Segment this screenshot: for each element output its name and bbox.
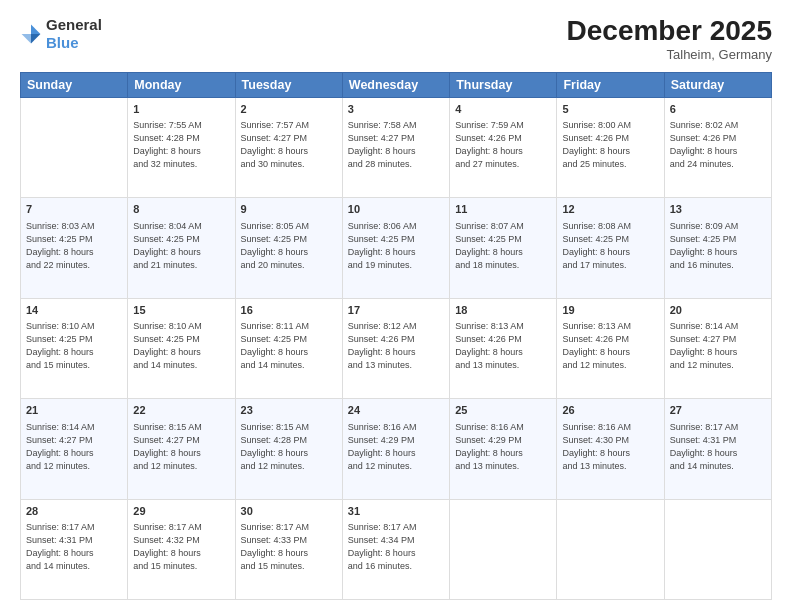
day-number: 6 [670, 102, 766, 117]
title-block: December 2025 Talheim, Germany [567, 16, 772, 62]
cell-info: Sunrise: 7:59 AMSunset: 4:26 PMDaylight:… [455, 119, 551, 171]
calendar-cell: 1Sunrise: 7:55 AMSunset: 4:28 PMDaylight… [128, 97, 235, 197]
day-header-monday: Monday [128, 72, 235, 97]
calendar-cell: 2Sunrise: 7:57 AMSunset: 4:27 PMDaylight… [235, 97, 342, 197]
day-number: 18 [455, 303, 551, 318]
cell-info: Sunrise: 8:13 AMSunset: 4:26 PMDaylight:… [455, 320, 551, 372]
day-number: 13 [670, 202, 766, 217]
calendar-week-1: 1Sunrise: 7:55 AMSunset: 4:28 PMDaylight… [21, 97, 772, 197]
calendar-cell: 19Sunrise: 8:13 AMSunset: 4:26 PMDayligh… [557, 298, 664, 398]
logo-general: General [46, 16, 102, 33]
cell-info: Sunrise: 8:11 AMSunset: 4:25 PMDaylight:… [241, 320, 337, 372]
logo-icon [20, 23, 42, 45]
cell-info: Sunrise: 8:17 AMSunset: 4:33 PMDaylight:… [241, 521, 337, 573]
calendar-cell: 26Sunrise: 8:16 AMSunset: 4:30 PMDayligh… [557, 399, 664, 499]
page: General Blue December 2025 Talheim, Germ… [0, 0, 792, 612]
cell-info: Sunrise: 8:10 AMSunset: 4:25 PMDaylight:… [133, 320, 229, 372]
day-number: 25 [455, 403, 551, 418]
location: Talheim, Germany [567, 47, 772, 62]
day-number: 28 [26, 504, 122, 519]
calendar-cell: 24Sunrise: 8:16 AMSunset: 4:29 PMDayligh… [342, 399, 449, 499]
cell-info: Sunrise: 8:12 AMSunset: 4:26 PMDaylight:… [348, 320, 444, 372]
calendar-cell: 22Sunrise: 8:15 AMSunset: 4:27 PMDayligh… [128, 399, 235, 499]
cell-info: Sunrise: 8:13 AMSunset: 4:26 PMDaylight:… [562, 320, 658, 372]
day-number: 17 [348, 303, 444, 318]
calendar-cell [450, 499, 557, 599]
day-header-friday: Friday [557, 72, 664, 97]
calendar-cell: 23Sunrise: 8:15 AMSunset: 4:28 PMDayligh… [235, 399, 342, 499]
cell-info: Sunrise: 8:17 AMSunset: 4:31 PMDaylight:… [26, 521, 122, 573]
cell-info: Sunrise: 8:16 AMSunset: 4:30 PMDaylight:… [562, 421, 658, 473]
calendar-cell: 30Sunrise: 8:17 AMSunset: 4:33 PMDayligh… [235, 499, 342, 599]
calendar-header-row: SundayMondayTuesdayWednesdayThursdayFrid… [21, 72, 772, 97]
day-number: 11 [455, 202, 551, 217]
calendar-cell: 7Sunrise: 8:03 AMSunset: 4:25 PMDaylight… [21, 198, 128, 298]
svg-marker-1 [22, 34, 31, 43]
day-number: 3 [348, 102, 444, 117]
day-header-wednesday: Wednesday [342, 72, 449, 97]
calendar-cell: 21Sunrise: 8:14 AMSunset: 4:27 PMDayligh… [21, 399, 128, 499]
cell-info: Sunrise: 8:05 AMSunset: 4:25 PMDaylight:… [241, 220, 337, 272]
calendar-cell: 29Sunrise: 8:17 AMSunset: 4:32 PMDayligh… [128, 499, 235, 599]
calendar-cell [21, 97, 128, 197]
day-number: 23 [241, 403, 337, 418]
cell-info: Sunrise: 8:17 AMSunset: 4:31 PMDaylight:… [670, 421, 766, 473]
calendar-cell: 14Sunrise: 8:10 AMSunset: 4:25 PMDayligh… [21, 298, 128, 398]
calendar-cell: 25Sunrise: 8:16 AMSunset: 4:29 PMDayligh… [450, 399, 557, 499]
calendar-cell [557, 499, 664, 599]
cell-info: Sunrise: 8:10 AMSunset: 4:25 PMDaylight:… [26, 320, 122, 372]
calendar-week-3: 14Sunrise: 8:10 AMSunset: 4:25 PMDayligh… [21, 298, 772, 398]
cell-info: Sunrise: 8:02 AMSunset: 4:26 PMDaylight:… [670, 119, 766, 171]
calendar-cell: 8Sunrise: 8:04 AMSunset: 4:25 PMDaylight… [128, 198, 235, 298]
calendar-cell: 6Sunrise: 8:02 AMSunset: 4:26 PMDaylight… [664, 97, 771, 197]
cell-info: Sunrise: 8:15 AMSunset: 4:28 PMDaylight:… [241, 421, 337, 473]
cell-info: Sunrise: 8:17 AMSunset: 4:34 PMDaylight:… [348, 521, 444, 573]
logo-blue: Blue [46, 34, 79, 51]
cell-info: Sunrise: 8:17 AMSunset: 4:32 PMDaylight:… [133, 521, 229, 573]
cell-info: Sunrise: 7:57 AMSunset: 4:27 PMDaylight:… [241, 119, 337, 171]
day-header-thursday: Thursday [450, 72, 557, 97]
calendar-week-5: 28Sunrise: 8:17 AMSunset: 4:31 PMDayligh… [21, 499, 772, 599]
calendar-cell [664, 499, 771, 599]
cell-info: Sunrise: 8:14 AMSunset: 4:27 PMDaylight:… [26, 421, 122, 473]
calendar-cell: 27Sunrise: 8:17 AMSunset: 4:31 PMDayligh… [664, 399, 771, 499]
day-header-tuesday: Tuesday [235, 72, 342, 97]
calendar-week-2: 7Sunrise: 8:03 AMSunset: 4:25 PMDaylight… [21, 198, 772, 298]
day-number: 12 [562, 202, 658, 217]
day-number: 5 [562, 102, 658, 117]
cell-info: Sunrise: 8:16 AMSunset: 4:29 PMDaylight:… [348, 421, 444, 473]
cell-info: Sunrise: 8:07 AMSunset: 4:25 PMDaylight:… [455, 220, 551, 272]
day-number: 31 [348, 504, 444, 519]
day-number: 29 [133, 504, 229, 519]
day-number: 19 [562, 303, 658, 318]
header: General Blue December 2025 Talheim, Germ… [20, 16, 772, 62]
calendar-week-4: 21Sunrise: 8:14 AMSunset: 4:27 PMDayligh… [21, 399, 772, 499]
cell-info: Sunrise: 8:00 AMSunset: 4:26 PMDaylight:… [562, 119, 658, 171]
cell-info: Sunrise: 8:16 AMSunset: 4:29 PMDaylight:… [455, 421, 551, 473]
day-number: 1 [133, 102, 229, 117]
calendar-table: SundayMondayTuesdayWednesdayThursdayFrid… [20, 72, 772, 600]
calendar-cell: 18Sunrise: 8:13 AMSunset: 4:26 PMDayligh… [450, 298, 557, 398]
day-header-sunday: Sunday [21, 72, 128, 97]
month-title: December 2025 [567, 16, 772, 47]
svg-marker-2 [31, 34, 40, 43]
calendar-cell: 4Sunrise: 7:59 AMSunset: 4:26 PMDaylight… [450, 97, 557, 197]
day-number: 16 [241, 303, 337, 318]
calendar-cell: 3Sunrise: 7:58 AMSunset: 4:27 PMDaylight… [342, 97, 449, 197]
day-number: 7 [26, 202, 122, 217]
calendar-cell: 17Sunrise: 8:12 AMSunset: 4:26 PMDayligh… [342, 298, 449, 398]
calendar-cell: 16Sunrise: 8:11 AMSunset: 4:25 PMDayligh… [235, 298, 342, 398]
cell-info: Sunrise: 8:14 AMSunset: 4:27 PMDaylight:… [670, 320, 766, 372]
day-header-saturday: Saturday [664, 72, 771, 97]
cell-info: Sunrise: 7:58 AMSunset: 4:27 PMDaylight:… [348, 119, 444, 171]
day-number: 26 [562, 403, 658, 418]
calendar-cell: 15Sunrise: 8:10 AMSunset: 4:25 PMDayligh… [128, 298, 235, 398]
cell-info: Sunrise: 8:08 AMSunset: 4:25 PMDaylight:… [562, 220, 658, 272]
day-number: 27 [670, 403, 766, 418]
day-number: 8 [133, 202, 229, 217]
day-number: 10 [348, 202, 444, 217]
cell-info: Sunrise: 7:55 AMSunset: 4:28 PMDaylight:… [133, 119, 229, 171]
calendar-cell: 9Sunrise: 8:05 AMSunset: 4:25 PMDaylight… [235, 198, 342, 298]
day-number: 30 [241, 504, 337, 519]
logo: General Blue [20, 16, 102, 52]
